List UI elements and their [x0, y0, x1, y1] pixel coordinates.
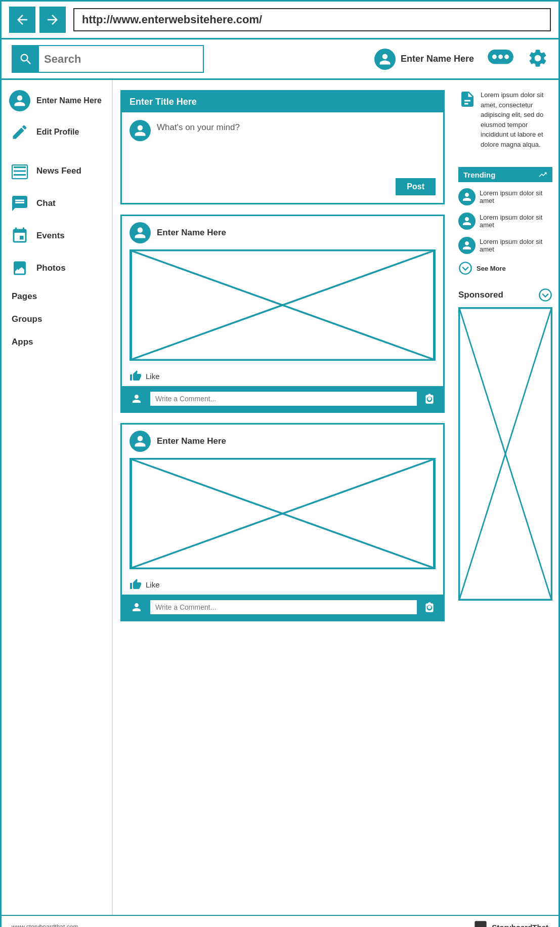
post-button[interactable]: Post	[396, 178, 436, 195]
svg-point-11	[459, 262, 471, 274]
post-box: Enter Title Here What's on your mind? Po…	[120, 90, 445, 204]
main-layout: Enter Name Here Edit Profile News Feed C…	[2, 80, 558, 915]
sidebar-item-events[interactable]: Events	[9, 225, 104, 246]
edit-profile-label: Edit Profile	[36, 128, 79, 137]
edit-icon	[9, 121, 30, 143]
info-block: Lorem ipsum dolor sit amet, consectetur …	[458, 90, 552, 159]
trending-item-1: Lorem ipsum dolor sit amet	[458, 188, 552, 205]
events-label: Events	[36, 231, 65, 241]
feed-card-2-comment-avatar	[128, 599, 145, 616]
feed-card-1-like-label[interactable]: Like	[146, 372, 160, 381]
sidebar-profile-name: Enter Name Here	[36, 96, 102, 105]
see-more-row[interactable]: See More	[458, 261, 552, 275]
feed-card-2-image	[130, 458, 436, 569]
search-icon	[13, 48, 39, 70]
see-more-label: See More	[477, 265, 506, 272]
post-box-title: Enter Title Here	[122, 92, 443, 112]
feed-card-1-avatar	[130, 222, 151, 243]
trending-icon-3	[458, 237, 476, 254]
trending-icon-2	[458, 213, 476, 230]
info-text: Lorem ipsum dolor sit amet, consectetur …	[481, 90, 552, 149]
sidebar-groups-label[interactable]: Groups	[9, 314, 104, 324]
trending-header: Trending	[458, 167, 552, 182]
feed-card-1-image	[130, 249, 436, 361]
svg-point-3	[504, 54, 509, 59]
browser-bar	[2, 2, 558, 39]
feed-card-2-like-label[interactable]: Like	[146, 580, 160, 589]
feed-card-1-header: Enter Name Here	[122, 216, 443, 249]
profile-avatar	[9, 90, 30, 111]
feed-card-2-avatar	[130, 431, 151, 452]
chat-label: Chat	[36, 198, 56, 208]
post-user-avatar	[130, 120, 151, 141]
svg-point-2	[498, 54, 503, 59]
sidebar-edit-profile[interactable]: Edit Profile	[9, 121, 104, 143]
right-panel: Lorem ipsum dolor sit amet, consectetur …	[452, 80, 558, 915]
svg-point-1	[492, 54, 497, 59]
camera-icon-2	[422, 600, 437, 615]
footer-brand-name: StoryboardThat	[492, 923, 548, 928]
sponsored-header: Sponsored	[458, 288, 552, 302]
sidebar-profile: Enter Name Here	[9, 90, 104, 111]
document-icon	[458, 90, 477, 108]
feed-card-1-comment-input[interactable]	[150, 392, 417, 406]
chat-icon	[9, 193, 30, 214]
footer-brand: StoryboardThat	[473, 920, 548, 927]
feed-card-1-comment-avatar	[128, 390, 145, 407]
trending-icon-1	[458, 188, 476, 205]
trending-item-2-text: Lorem ipsum dolor sit amet	[480, 214, 552, 229]
forward-button[interactable]	[39, 7, 66, 33]
trending-label: Trending	[463, 171, 495, 179]
feed-card-2-like-row: Like	[122, 574, 443, 595]
sidebar-apps-label[interactable]: Apps	[9, 337, 104, 347]
page-footer: www.storyboardthat.com StoryboardThat	[2, 915, 558, 927]
url-input[interactable]	[73, 8, 551, 31]
photos-icon	[9, 258, 30, 279]
nav-user-name: Enter Name Here	[401, 54, 474, 64]
chat-bubble-icon	[487, 48, 514, 71]
sidebar-item-chat[interactable]: Chat	[9, 193, 104, 214]
nav-right: Enter Name Here	[374, 48, 548, 71]
feed-card-2-name: Enter Name Here	[157, 436, 226, 446]
feed-card-2: Enter Name Here Like	[120, 423, 445, 621]
sidebar-item-news-feed[interactable]: News Feed	[9, 160, 104, 182]
feed-card-2-header: Enter Name Here	[122, 425, 443, 458]
post-prompt: What's on your mind?	[157, 120, 240, 133]
post-btn-row: Post	[122, 173, 443, 203]
back-button[interactable]	[9, 7, 35, 33]
photos-label: Photos	[36, 263, 66, 273]
svg-point-12	[539, 289, 551, 301]
camera-icon	[422, 391, 437, 406]
feed-card-1: Enter Name Here Like	[120, 215, 445, 413]
search-area	[12, 45, 204, 73]
trending-item-2: Lorem ipsum dolor sit amet	[458, 213, 552, 230]
settings-icon[interactable]	[527, 48, 548, 71]
feed-card-1-name: Enter Name Here	[157, 228, 226, 238]
nav-avatar	[374, 49, 396, 70]
nav-user: Enter Name Here	[374, 49, 474, 70]
content-area: Enter Title Here What's on your mind? Po…	[113, 80, 452, 915]
news-feed-icon	[9, 160, 30, 182]
feed-card-2-comment-input[interactable]	[150, 600, 417, 614]
trending-item-3-text: Lorem ipsum dolor sit amet	[480, 238, 552, 253]
trending-item-3: Lorem ipsum dolor sit amet	[458, 237, 552, 254]
sidebar-pages-label[interactable]: Pages	[9, 291, 104, 302]
footer-url: www.storyboardthat.com	[12, 923, 78, 927]
sidebar: Enter Name Here Edit Profile News Feed C…	[2, 80, 113, 915]
post-box-body: What's on your mind?	[122, 112, 443, 173]
sponsored-title: Sponsored	[458, 290, 503, 300]
trending-item-1-text: Lorem ipsum dolor sit amet	[480, 189, 552, 204]
news-feed-label: News Feed	[36, 166, 81, 176]
feed-card-1-like-row: Like	[122, 366, 443, 386]
search-input[interactable]	[39, 46, 203, 72]
feed-card-2-comment-bar	[122, 595, 443, 620]
sidebar-item-photos[interactable]: Photos	[9, 258, 104, 279]
nav-arrows	[9, 7, 66, 33]
top-nav: Enter Name Here	[2, 39, 558, 80]
feed-card-1-comment-bar	[122, 386, 443, 411]
sponsored-image	[458, 307, 552, 601]
events-icon	[9, 225, 30, 246]
